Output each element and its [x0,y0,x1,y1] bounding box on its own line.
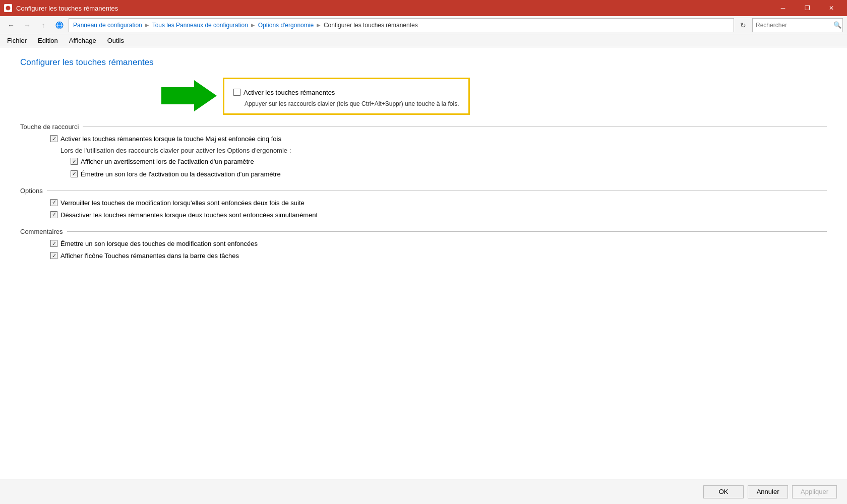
highlighted-section: Activer les touches rémanentes Appuyer s… [223,78,470,115]
title-bar-left: Configurer les touches rémanentes [4,4,118,12]
close-button[interactable]: ✕ [820,0,843,16]
option-emettre-modification-row: Émettre un son lorsque des touches de mo… [20,239,827,248]
section-options-header: Options [20,187,827,195]
search-input[interactable] [756,22,831,29]
breadcrumb-tous[interactable]: Tous les Panneaux de configuration [152,22,248,29]
page-title: Configurer les touches rémanentes [20,57,827,68]
checkbox-afficher-avert[interactable] [71,158,78,165]
main-checkbox-desc: Appuyer sur les raccourcis clavier (tels… [233,100,459,107]
app-icon [4,4,12,12]
ie-icon [52,18,67,32]
footer: OK Annuler Appliquer [0,479,847,504]
restore-button[interactable]: ❐ [796,0,819,16]
main-checkbox-row: Activer les touches rémanentes [233,88,459,97]
title-bar-controls: ─ ❐ ✕ [771,0,843,16]
option-afficher-avert-row: Afficher un avertissement lors de l'acti… [20,157,827,166]
up-button[interactable]: ↑ [36,18,50,32]
menu-edition[interactable]: Edition [33,35,63,46]
minimize-button[interactable]: ─ [771,0,795,16]
section-raccourci-header: Touche de raccourci [20,123,827,131]
svg-marker-4 [161,80,217,111]
breadcrumb-bar: Panneau de configuration ► Tous les Pann… [69,18,734,32]
breadcrumb-options[interactable]: Options d'ergonomie [258,22,314,29]
checkbox-maj-5[interactable] [50,135,57,142]
label-emettre-son: Émettre un son lors de l'activation ou l… [81,170,281,179]
checkbox-verrouiller[interactable] [50,199,57,206]
label-emettre-modification: Émettre un son lorsque des touches de mo… [60,239,258,248]
checkbox-afficher-icone[interactable] [50,252,57,259]
menu-bar: Fichier Edition Affichage Outils [0,34,847,47]
title-bar: Configurer les touches rémanentes ─ ❐ ✕ [0,0,847,16]
option-verrouiller-row: Verrouiller les touches de modification … [20,199,827,208]
label-maj-5: Activer les touches rémanentes lorsque l… [60,135,281,144]
section-commentaires-header: Commentaires [20,228,827,235]
checkbox-emettre-son[interactable] [71,170,78,177]
green-arrow [161,80,217,113]
menu-outils[interactable]: Outils [102,35,129,46]
label-desactiver: Désactiver les touches rémanentes lorsqu… [60,211,318,220]
option-maj-5-row: Activer les touches rémanentes lorsque l… [20,135,827,144]
breadcrumb-current: Configurer les touches rémanentes [324,22,418,29]
window-title: Configurer les touches rémanentes [16,5,118,12]
svg-point-0 [6,6,11,11]
address-bar: ← → ↑ Panneau de configuration ► Tous le… [0,16,847,34]
main-content: Configurer les touches rémanentes Active… [0,47,847,479]
back-button[interactable]: ← [4,18,18,32]
checkbox-emettre-modification[interactable] [50,240,57,247]
option-emettre-son-row: Émettre un son lors de l'activation ou l… [20,170,827,179]
label-afficher-icone: Afficher l'icône Touches rémanentes dans… [60,251,239,261]
search-box[interactable]: 🔍 [752,18,843,32]
breadcrumb-panneau[interactable]: Panneau de configuration [73,22,142,29]
option-desactiver-row: Désactiver les touches rémanentes lorsqu… [20,211,827,220]
menu-fichier[interactable]: Fichier [2,35,32,46]
ok-button[interactable]: OK [703,485,744,498]
option-afficher-icone-row: Afficher l'icône Touches rémanentes dans… [20,251,827,261]
main-checkbox[interactable] [233,89,240,96]
cancel-button[interactable]: Annuler [748,485,788,498]
checkbox-desactiver[interactable] [50,211,57,218]
label-verrouiller: Verrouiller les touches de modification … [60,199,305,208]
search-icon: 🔍 [833,21,841,29]
main-checkbox-label: Activer les touches rémanentes [244,88,335,97]
menu-affichage[interactable]: Affichage [64,35,101,46]
label-afficher-avert: Afficher un avertissement lors de l'acti… [81,157,254,166]
apply-button[interactable]: Appliquer [792,485,837,498]
forward-button[interactable]: → [20,18,34,32]
refresh-button[interactable]: ↻ [736,18,750,32]
sub-label-raccourci: Lors de l'utilisation des raccourcis cla… [20,147,827,154]
